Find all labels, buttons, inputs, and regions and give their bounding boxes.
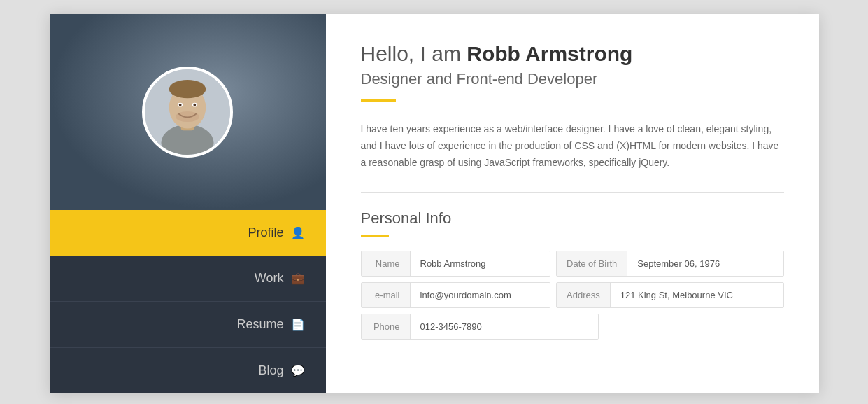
- sidebar-item-resume[interactable]: Resume 📄: [50, 302, 326, 348]
- phone-value: 012-3456-7890: [411, 314, 598, 339]
- accent-divider: [361, 99, 396, 102]
- person-name: Robb Armstrong: [467, 42, 632, 65]
- svg-point-9: [176, 111, 199, 122]
- app-container: Profile 👤 Work 💼 Resume 📄 Blog 💬 Hello, …: [50, 14, 819, 393]
- name-label: Name: [362, 251, 411, 276]
- sidebar-photo: [50, 14, 326, 210]
- email-cell: e-mail info@yourdomain.com: [361, 282, 551, 308]
- section-title: Personal Info: [361, 209, 784, 228]
- email-value: info@yourdomain.com: [411, 283, 550, 307]
- address-value: 121 King St, Melbourne VIC: [611, 283, 783, 307]
- sidebar: Profile 👤 Work 💼 Resume 📄 Blog 💬: [50, 14, 326, 393]
- sidebar-item-work[interactable]: Work 💼: [50, 256, 326, 302]
- main-content: Hello, I am Robb Armstrong Designer and …: [326, 14, 819, 393]
- greeting-prefix: Hello, I am: [361, 42, 467, 65]
- phone-cell: Phone 012-3456-7890: [361, 314, 599, 340]
- sidebar-item-blog[interactable]: Blog 💬: [50, 348, 326, 393]
- greeting-text: Hello, I am Robb Armstrong: [361, 42, 784, 66]
- svg-point-7: [179, 104, 182, 106]
- email-label: e-mail: [362, 283, 411, 307]
- blog-icon: 💬: [291, 364, 305, 377]
- svg-point-4: [169, 80, 206, 98]
- sidebar-item-profile-label: Profile: [248, 225, 283, 240]
- name-value: Robb Armstrong: [411, 251, 550, 276]
- info-row-1: Name Robb Armstrong Date of Birth Septem…: [361, 251, 784, 277]
- avatar: [142, 67, 233, 158]
- info-row-3: Phone 012-3456-7890: [361, 314, 599, 340]
- profile-icon: 👤: [291, 226, 305, 239]
- sidebar-item-resume-label: Resume: [236, 317, 283, 332]
- sidebar-item-profile[interactable]: Profile 👤: [50, 210, 326, 256]
- section-accent-divider: [361, 235, 389, 237]
- sidebar-item-blog-label: Blog: [258, 363, 283, 378]
- work-icon: 💼: [291, 272, 305, 285]
- dob-value: September 06, 1976: [627, 251, 783, 276]
- phone-label: Phone: [362, 314, 411, 339]
- sidebar-item-work-label: Work: [255, 271, 284, 286]
- dob-cell: Date of Birth September 06, 1976: [556, 251, 783, 277]
- dob-label: Date of Birth: [557, 251, 627, 276]
- address-cell: Address 121 King St, Melbourne VIC: [556, 282, 783, 308]
- subtitle-text: Designer and Front-end Developer: [361, 70, 784, 88]
- svg-point-8: [193, 104, 196, 106]
- address-label: Address: [557, 283, 611, 307]
- resume-icon: 📄: [291, 318, 305, 331]
- section-divider: [361, 192, 784, 193]
- name-cell: Name Robb Armstrong: [361, 251, 551, 277]
- info-row-2: e-mail info@yourdomain.com Address 121 K…: [361, 282, 784, 308]
- bio-text: I have ten years experience as a web/int…: [361, 121, 784, 171]
